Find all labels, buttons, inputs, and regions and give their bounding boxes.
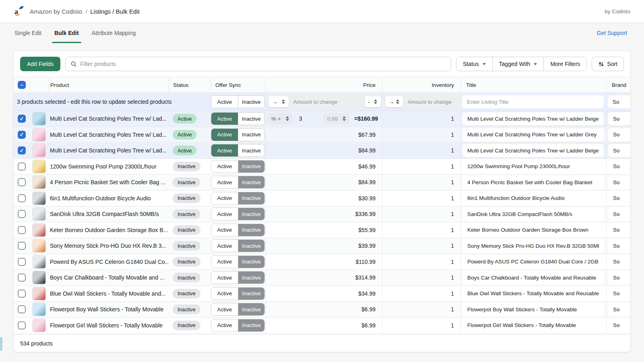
product-name: Blue Owl Wall Stickers - Totally Movable…: [50, 290, 166, 297]
brand-input[interactable]: [608, 306, 630, 313]
offer-sync-inactive-button[interactable]: Inactive: [238, 224, 264, 236]
inventory-value: 1: [382, 179, 460, 185]
filter-products-input[interactable]: [80, 61, 446, 67]
brand-input[interactable]: [608, 195, 630, 201]
listing-title-input[interactable]: [462, 211, 604, 217]
row-checkbox[interactable]: [18, 226, 26, 234]
listing-title-input[interactable]: [462, 290, 604, 296]
offer-sync-inactive-button[interactable]: Inactive: [238, 240, 264, 252]
bulk-price-rounding-select[interactable]: -: [365, 96, 381, 107]
row-checkbox[interactable]: [18, 274, 26, 282]
inventory-value: 1: [382, 227, 460, 233]
offer-sync-inactive-button[interactable]: Inactive: [238, 256, 264, 268]
offer-sync-active-button[interactable]: Active: [211, 144, 238, 156]
offer-sync-inactive-button[interactable]: Inactive: [238, 272, 264, 284]
select-all-checkbox[interactable]: −: [18, 81, 26, 89]
row-checkbox[interactable]: [18, 178, 26, 186]
price-adjust-value[interactable]: 3: [299, 115, 302, 122]
add-fields-button[interactable]: Add Fields: [20, 57, 60, 71]
listing-title-input[interactable]: [462, 116, 604, 122]
listing-title-input[interactable]: [462, 306, 604, 313]
bulk-price-operation-select[interactable]: →: [268, 96, 289, 107]
offer-sync-active-button[interactable]: Active: [211, 288, 238, 300]
listing-title-input[interactable]: [462, 322, 604, 328]
row-checkbox[interactable]: [18, 162, 26, 171]
listing-title-input[interactable]: [462, 163, 604, 169]
brand-input[interactable]: [608, 163, 630, 169]
row-checkbox[interactable]: [18, 242, 26, 250]
price-adjust-type-select[interactable]: % +: [268, 113, 293, 124]
listing-title-input[interactable]: [462, 148, 604, 154]
bulk-brand-input[interactable]: [608, 99, 630, 105]
bulk-inventory-amount-input[interactable]: [403, 99, 461, 105]
offer-sync-inactive-button[interactable]: Inactive: [238, 303, 264, 315]
listing-title-input[interactable]: [462, 227, 604, 233]
brand-input[interactable]: [608, 243, 630, 249]
offer-sync-inactive-button[interactable]: Inactive: [238, 208, 264, 220]
sort-button[interactable]: Sort: [592, 57, 624, 71]
listing-title-input[interactable]: [462, 179, 604, 185]
tab-attribute-mapping[interactable]: Attribute Mapping: [85, 23, 142, 43]
bulk-listing-title-input[interactable]: [462, 99, 604, 105]
bulk-offer-sync-inactive-button[interactable]: Inactive: [238, 96, 264, 108]
filter-products-field[interactable]: [65, 57, 451, 71]
row-checkbox[interactable]: [18, 305, 26, 313]
offer-sync-active-button[interactable]: Active: [211, 129, 238, 141]
row-checkbox[interactable]: [18, 194, 26, 202]
offer-sync-active-button[interactable]: Active: [211, 272, 238, 284]
bulk-inventory-operation-select[interactable]: →: [385, 96, 403, 107]
offer-sync-active-button[interactable]: Active: [211, 240, 238, 252]
bulk-price-amount-input[interactable]: [289, 99, 365, 105]
offer-sync-inactive-button[interactable]: Inactive: [238, 160, 264, 173]
offer-sync-inactive-button[interactable]: Inactive: [238, 176, 264, 188]
brand-input[interactable]: [608, 148, 630, 154]
tab-single-edit[interactable]: Single Edit: [8, 23, 48, 43]
more-filters-button[interactable]: More Filters: [543, 57, 586, 71]
offer-sync-active-button[interactable]: Active: [211, 224, 238, 236]
row-checkbox[interactable]: ✓: [18, 115, 26, 123]
offer-sync-inactive-button[interactable]: Inactive: [238, 192, 264, 204]
offer-sync-active-button[interactable]: Active: [211, 303, 238, 315]
offer-sync-active-button[interactable]: Active: [211, 319, 238, 331]
brand-input[interactable]: [608, 179, 630, 185]
status-filter-button[interactable]: Status: [456, 57, 492, 71]
brand-input[interactable]: [608, 259, 630, 265]
row-checkbox[interactable]: [18, 290, 26, 298]
bulk-offer-sync-active-button[interactable]: Active: [211, 96, 238, 108]
row-checkbox[interactable]: [18, 210, 26, 218]
listing-title-input[interactable]: [462, 259, 604, 265]
brand-input[interactable]: [608, 290, 630, 296]
offer-sync-active-button[interactable]: Active: [211, 208, 238, 220]
tagged-with-filter-button[interactable]: Tagged With: [492, 57, 544, 71]
brand-input[interactable]: [608, 116, 630, 122]
offer-sync-inactive-button[interactable]: Inactive: [238, 288, 264, 300]
offer-sync-inactive-button[interactable]: Inactive: [238, 319, 264, 331]
listing-title-input[interactable]: [462, 275, 604, 281]
row-checkbox[interactable]: [18, 258, 26, 266]
offer-sync-active-button[interactable]: Active: [211, 192, 238, 204]
row-checkbox[interactable]: [18, 321, 26, 329]
tab-bulk-edit[interactable]: Bulk Edit: [48, 23, 85, 43]
brand-input[interactable]: [608, 227, 630, 233]
listing-title-input[interactable]: [462, 243, 604, 249]
offer-sync-inactive-button[interactable]: Inactive: [238, 129, 264, 141]
offer-sync-inactive-button[interactable]: Inactive: [238, 113, 264, 125]
get-support-link[interactable]: Get Support: [597, 23, 636, 43]
brand-input[interactable]: [608, 132, 630, 138]
listing-title-input[interactable]: [462, 132, 604, 138]
listing-title-input[interactable]: [462, 195, 604, 201]
row-checkbox[interactable]: ✓: [18, 131, 26, 139]
offer-sync-inactive-button[interactable]: Inactive: [238, 144, 264, 156]
offer-sync-active-button[interactable]: Active: [211, 256, 238, 268]
brand-input[interactable]: [608, 211, 630, 217]
sort-arrows-icon: [598, 61, 604, 67]
brand-input[interactable]: [608, 275, 630, 281]
product-name: Boys Car Chalkboard - Totally Movable an…: [50, 274, 165, 281]
price-rounding-select[interactable]: 0.99: [324, 113, 349, 124]
offer-sync-active-button[interactable]: Active: [211, 176, 238, 188]
brand-input[interactable]: [608, 322, 630, 328]
offer-sync-active-button[interactable]: Active: [211, 160, 238, 173]
row-checkbox[interactable]: ✓: [18, 146, 26, 154]
filter-button-group: Status Tagged With More Filters: [456, 57, 587, 71]
offer-sync-active-button[interactable]: Active: [211, 113, 238, 125]
